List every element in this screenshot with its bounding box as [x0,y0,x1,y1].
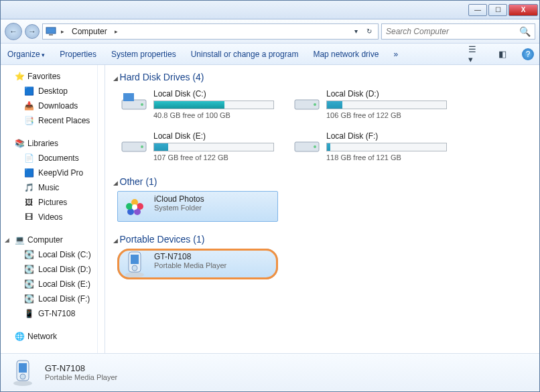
capacity-bar [326,101,447,109]
svg-point-15 [126,203,133,210]
sidebar-item-label: Documents [38,153,79,163]
breadcrumb-computer[interactable]: Computer [69,27,110,36]
organize-button[interactable]: Organize [6,48,46,61]
minimize-button[interactable]: — [468,4,487,16]
drive-item-f[interactable]: Local Disk (F:) 118 GB free of 121 GB [290,129,451,164]
items-view: Hard Disk Drives (4) Local Disk (C:) 40.… [105,65,539,353]
details-pane: GT-N7108 Portable Media Player [1,353,539,391]
favorites-label: Favorites [27,72,60,81]
drive-icon [120,131,148,155]
drive-item-e[interactable]: Local Disk (E:) 107 GB free of 122 GB [117,129,278,164]
close-button[interactable]: X [509,4,538,16]
expand-icon[interactable]: ◢ [5,237,9,243]
sidebar-item-label: Music [38,183,59,192]
drive-icon: 💽 [23,279,34,289]
pictures-icon: 🖼 [23,197,34,208]
capacity-bar [326,143,447,151]
section-other[interactable]: Other (1) [113,172,531,190]
navigation-pane: ⭐Favorites 🟦Desktop 📥Downloads 📑Recent P… [1,65,105,353]
section-portable-devices[interactable]: Portable Devices (1) [113,230,531,247]
music-icon: 🎵 [23,182,34,193]
search-input[interactable] [386,27,517,36]
section-hard-disk-drives[interactable]: Hard Disk Drives (4) [113,68,531,85]
computer-header[interactable]: ◢💻Computer [1,233,105,247]
back-button[interactable]: ← [5,23,22,40]
chevron-right-icon[interactable]: ▸ [59,28,66,35]
map-network-drive-button[interactable]: Map network drive [312,48,380,61]
sidebar-item-disk-c[interactable]: 💽Local Disk (C:) [1,247,105,262]
sidebar-item-label: Local Disk (D:) [38,265,91,274]
chevron-right-icon[interactable]: ▸ [113,28,120,35]
device-icon: 📱 [23,308,34,319]
drives-list: Local Disk (C:) 40.8 GB free of 100 GB L… [113,85,531,172]
item-title: iCloud Photos [154,194,275,204]
svg-rect-3 [123,93,134,101]
search-box[interactable]: 🔍 [381,23,535,40]
capacity-bar [153,143,274,151]
drive-free-text: 106 GB free of 122 GB [326,111,448,119]
details-subtitle: Portable Media Player [45,373,117,381]
drive-icon [293,131,321,155]
drive-item-c[interactable]: Local Disk (C:) 40.8 GB free of 100 GB [117,86,278,122]
preview-pane-button[interactable]: ◧ [495,47,510,62]
sidebar-item-label: Local Disk (E:) [38,279,90,289]
address-dropdown[interactable]: ▾ [350,25,362,38]
libraries-icon: 📚 [14,138,25,149]
sidebar-item-music[interactable]: 🎵Music [1,180,105,195]
svg-point-21 [13,381,32,386]
sidebar-item-downloads[interactable]: 📥Downloads [1,99,105,113]
sidebar-item-disk-d[interactable]: 💽Local Disk (D:) [1,262,105,277]
sidebar-item-documents[interactable]: 📄Documents [1,151,105,166]
network-header[interactable]: 🌐Network [1,329,105,344]
view-options-button[interactable]: ☰ ▾ [468,47,483,62]
item-title: GT-N7108 [154,252,275,261]
navigation-bar: ← → ▸ Computer ▸ ▾ ↻ 🔍 [1,19,539,44]
item-subtitle: Portable Media Player [154,261,275,269]
help-button[interactable]: ? [522,48,534,60]
icloud-photos-icon [121,194,149,218]
drive-item-d[interactable]: Local Disk (D:) 106 GB free of 122 GB [290,86,451,122]
uninstall-program-button[interactable]: Uninstall or change a program [190,48,300,61]
network-group: 🌐Network [1,329,105,344]
system-properties-button[interactable]: System properties [110,48,178,61]
maximize-button[interactable]: ☐ [488,4,507,16]
libraries-label: Libraries [27,139,58,148]
svg-point-8 [141,145,143,148]
sidebar-item-disk-f[interactable]: 💽Local Disk (F:) [1,291,105,306]
sidebar-item-disk-e[interactable]: 💽Local Disk (E:) [1,277,105,291]
drive-icon: 💽 [23,293,34,304]
sidebar-item-videos[interactable]: 🎞Videos [1,210,105,224]
forward-button[interactable]: → [25,24,40,39]
portable-device-icon [121,252,149,276]
sidebar-item-label: Recent Places [38,116,90,125]
drive-free-text: 118 GB free of 121 GB [326,153,448,161]
portable-list: GT-N7108 Portable Media Player [113,247,531,287]
sidebar-item-pictures[interactable]: 🖼Pictures [1,195,105,210]
star-icon: ⭐ [14,71,25,82]
search-icon[interactable]: 🔍 [519,26,531,37]
network-label: Network [27,332,57,341]
sidebar-item-recent-places[interactable]: 📑Recent Places [1,113,105,128]
recent-icon: 📑 [23,115,34,126]
item-subtitle: System Folder [154,204,275,212]
sidebar-item-label: Downloads [38,101,78,111]
sidebar-item-label: Local Disk (C:) [38,250,91,259]
more-commands-button[interactable]: » [392,48,399,61]
sidebar-item-desktop[interactable]: 🟦Desktop [1,84,105,99]
sidebar-item-label: Desktop [38,86,68,96]
item-gt-n7108[interactable]: GT-N7108 Portable Media Player [117,249,278,279]
svg-point-17 [125,272,144,277]
content-area: ⭐Favorites 🟦Desktop 📥Downloads 📑Recent P… [1,65,539,353]
sidebar-item-label: Pictures [38,198,67,207]
network-icon: 🌐 [14,331,25,342]
favorites-group: ⭐Favorites 🟦Desktop 📥Downloads 📑Recent P… [1,69,105,128]
sidebar-item-label: GT-N7108 [38,309,75,318]
address-bar[interactable]: ▸ Computer ▸ ▾ ↻ [42,23,379,40]
properties-button[interactable]: Properties [58,48,98,61]
sidebar-item-gt-n7108[interactable]: 📱GT-N7108 [1,306,105,321]
sidebar-item-keepvid[interactable]: 🟦KeepVid Pro [1,166,105,180]
libraries-header[interactable]: 📚Libraries [1,136,105,151]
favorites-header[interactable]: ⭐Favorites [1,69,105,84]
item-icloud-photos[interactable]: iCloud Photos System Folder [117,191,278,222]
refresh-button[interactable]: ↻ [363,25,375,38]
